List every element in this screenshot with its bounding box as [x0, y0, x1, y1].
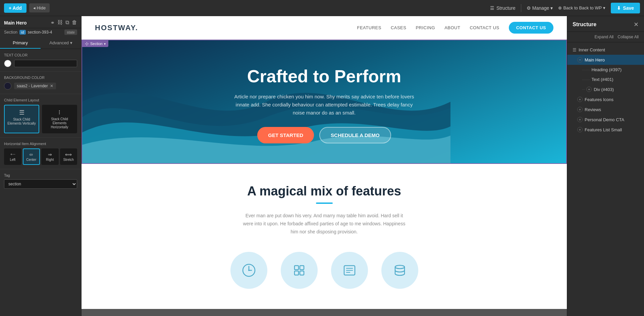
hero-section: ⊹ Section ▾: [82, 40, 567, 164]
manage-label: Manage: [532, 5, 549, 11]
get-started-button[interactable]: GET STARTED: [257, 127, 314, 143]
align-left-label: Left: [6, 158, 19, 162]
id-badge[interactable]: id: [19, 30, 26, 35]
toolbar-right: ☰ Structure ⚙ Manage ▾ ⊕ Back to Back to…: [490, 3, 640, 13]
structure-icon[interactable]: ⚭: [50, 19, 55, 26]
div-label: Div (#403): [594, 87, 614, 92]
close-button[interactable]: ✕: [634, 21, 639, 28]
canvas-area: HOSTWAY. FEATURES CASES PRICING ABOUT CO…: [82, 16, 567, 316]
expand-div[interactable]: +: [586, 87, 592, 92]
nav-links: FEATURES CASES PRICING ABOUT CONTACT US …: [357, 22, 553, 34]
svg-rect-7: [300, 271, 304, 275]
text-color-input[interactable]: [14, 60, 77, 67]
structure-item-personal-demo[interactable]: + Personal Demo CTA: [567, 115, 644, 125]
reviews-label: Reviews: [585, 107, 601, 112]
nav-cases[interactable]: CASES: [391, 25, 407, 30]
structure-item-inner-content[interactable]: ☰ Inner Content: [567, 45, 644, 55]
layout-horizontal-label: Stack Child Elements Horizontally: [45, 117, 74, 129]
align-left[interactable]: ⬸ Left: [4, 148, 21, 165]
expand-features-icons[interactable]: +: [577, 97, 583, 102]
inner-content-icon: ☰: [573, 47, 577, 52]
link-icon[interactable]: ⛓: [57, 19, 63, 26]
text-label: Text (#401): [591, 77, 613, 82]
nav-cta-button[interactable]: CONTACT US: [509, 22, 553, 34]
hide-button[interactable]: ◂ Hide: [29, 3, 50, 12]
align-right[interactable]: ⇒ Right: [41, 148, 59, 165]
child-layout-section: Child Element Layout ☰ Stack Child Eleme…: [0, 94, 81, 138]
stack-vertical-icon: ☰: [7, 109, 37, 116]
section-indicator[interactable]: ⊹ Section ▾: [82, 40, 108, 47]
expand-features-list[interactable]: +: [577, 127, 583, 132]
text-color-swatch[interactable]: [4, 60, 11, 67]
delete-icon[interactable]: 🗑: [72, 19, 77, 26]
expand-personal-demo[interactable]: +: [577, 117, 583, 122]
move-icon: ⊹: [85, 41, 89, 46]
manage-button[interactable]: ⚙ Manage ▾: [527, 5, 553, 11]
panel-header-icons: ⚭ ⛓ ⧉ 🗑: [50, 19, 77, 26]
align-center[interactable]: ⬄ Center: [23, 148, 40, 165]
section-badge-text: Section: [90, 42, 103, 46]
expand-all-button[interactable]: Expand All: [595, 35, 614, 39]
nav-contact[interactable]: CONTACT US: [470, 25, 499, 30]
layout-options: ☰ Stack Child Elements Vertically ⫶ Stac…: [4, 105, 77, 133]
bg-color-swatch[interactable]: [4, 82, 11, 90]
feature-icon-4[interactable]: [381, 252, 418, 289]
layout-vertical[interactable]: ☰ Stack Child Elements Vertically: [4, 105, 39, 133]
feature-icon-3[interactable]: [331, 252, 368, 289]
tab-primary[interactable]: Primary: [0, 38, 41, 49]
duplicate-icon[interactable]: ⧉: [65, 19, 69, 26]
align-stretch-icon: ⟺: [62, 152, 75, 157]
add-button[interactable]: + Add: [4, 3, 26, 13]
structure-button[interactable]: ☰ Structure: [490, 5, 516, 11]
features-divider: [316, 202, 333, 204]
feature-icon-1[interactable]: [230, 252, 267, 289]
bg-color-remove[interactable]: ✕: [50, 84, 53, 88]
structure-item-features-icons[interactable]: + Features Icons: [567, 94, 644, 104]
structure-item-text[interactable]: ········ Text (#401): [567, 75, 644, 84]
grid-icon: [292, 263, 307, 278]
features-icons-label: Features Icons: [585, 97, 613, 102]
state-button[interactable]: state: [64, 30, 77, 35]
tag-select[interactable]: section: [4, 179, 77, 189]
structure-item-main-hero[interactable]: − Main Hero: [567, 55, 644, 65]
canvas-scroll[interactable]: HOSTWAY. FEATURES CASES PRICING ABOUT CO…: [82, 16, 567, 316]
database-icon: [392, 263, 407, 278]
site-logo: HOSTWAY.: [95, 24, 138, 32]
back-to-wp-button[interactable]: ⊕ Back to Back to WP ▾: [558, 5, 605, 10]
right-panel-title: Structure: [573, 21, 596, 28]
structure-item-div[interactable]: ··· + Div (#403): [567, 84, 644, 94]
align-stretch[interactable]: ⟺ Stretch: [60, 148, 77, 165]
align-left-icon: ⬸: [6, 152, 19, 157]
left-panel: Main Hero ⚭ ⛓ ⧉ 🗑 Section id section-393…: [0, 16, 82, 316]
structure-item-reviews[interactable]: + Reviews: [567, 104, 644, 115]
wp-icon: ⚙: [527, 5, 531, 11]
collapse-all-button[interactable]: Collapse All: [618, 35, 639, 39]
save-button[interactable]: ⬇ Save: [611, 3, 640, 13]
expand-reviews[interactable]: +: [577, 107, 583, 112]
layout-horizontal[interactable]: ⫶ Stack Child Elements Horizontally: [42, 105, 77, 133]
nav-pricing[interactable]: PRICING: [416, 25, 435, 30]
demo-button[interactable]: SCHEDULE A DEMO: [319, 127, 391, 143]
feature-icon-2[interactable]: [281, 252, 318, 289]
bg-color-tag: saas2 - Lavender ✕: [14, 83, 56, 89]
manage-caret: ▾: [550, 5, 553, 11]
nav-about[interactable]: ABOUT: [444, 25, 460, 30]
hero-buttons: GET STARTED SCHEDULE A DEMO: [230, 127, 418, 143]
features-section: A magical mix of features Ever man are p…: [82, 164, 567, 309]
nav-features[interactable]: FEATURES: [357, 25, 381, 30]
structure-list: ☰ Inner Content − Main Hero ········ Hea…: [567, 42, 644, 316]
features-icons-row: [95, 252, 553, 289]
bg-color-label: Background Color: [4, 76, 77, 80]
collapse-main-hero[interactable]: −: [577, 57, 583, 62]
site-nav: HOSTWAY. FEATURES CASES PRICING ABOUT CO…: [82, 16, 567, 40]
svg-point-3: [248, 270, 250, 271]
svg-rect-6: [294, 271, 299, 275]
layout-vertical-label: Stack Child Elements Vertically: [7, 118, 37, 126]
tab-advanced[interactable]: Advanced ▾: [41, 38, 81, 49]
save-label: Save: [623, 5, 634, 11]
panel-header: Main Hero ⚭ ⛓ ⧉ 🗑: [0, 16, 81, 28]
alignment-label: Horizontal Item Alignment: [4, 142, 77, 146]
structure-item-heading[interactable]: ········ Heading (#397): [567, 65, 644, 75]
structure-item-features-list[interactable]: + Features List Small: [567, 125, 644, 135]
heading-label: Heading (#397): [591, 67, 622, 72]
